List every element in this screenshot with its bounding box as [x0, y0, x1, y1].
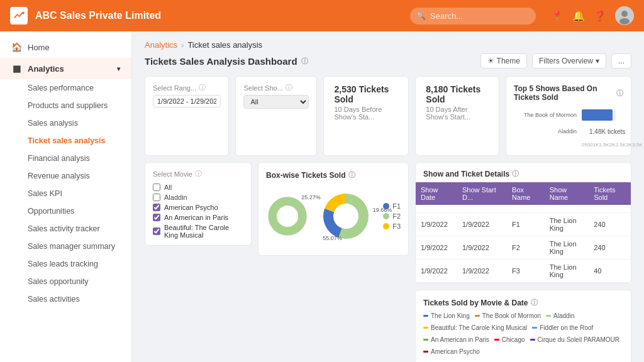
- info-icon: ⓘ: [195, 169, 202, 178]
- legend-label: Chicago: [502, 336, 525, 343]
- app-header: ABC Sales Private Limited 🔍 📍 🔔 ❓: [0, 0, 644, 31]
- sidebar-item-sales-kpi[interactable]: Sales KPI: [23, 185, 131, 202]
- svg-point-2: [621, 11, 628, 17]
- cell-start-date: 1/9/2022: [457, 213, 507, 236]
- sidebar-label: Sales manager summary: [28, 242, 115, 251]
- bell-icon[interactable]: 🔔: [572, 10, 585, 22]
- movie-item-beautiful: Beautiful: The Carole King Musical: [153, 222, 243, 239]
- sidebar-item-revenue[interactable]: Revenue analysis: [23, 167, 131, 185]
- sidebar-item-leads-tracking[interactable]: Sales leads tracking: [23, 255, 131, 273]
- search-icon: 🔍: [416, 11, 426, 20]
- sidebar-label: Sales leads tracking: [28, 260, 98, 268]
- sidebar-item-financial[interactable]: Financial analysis: [23, 150, 131, 167]
- cell-show-date: 1/9/2022: [416, 260, 457, 283]
- movie-checkbox-american-paris[interactable]: [153, 214, 160, 221]
- bottom-panels: Show and Ticket Details ⓘ Show Date Show…: [415, 162, 631, 362]
- dashboard-header: Tickets Sales Analysis Dashboard ⓘ ☀ The…: [145, 53, 631, 69]
- main-layout: 🏠 Home ▦ Analytics ▾ Sales performance P…: [0, 31, 644, 362]
- donut-chart-card: Box-wise Tickets Sold ⓘ: [258, 162, 409, 256]
- legend-item-lion-king: The Lion King: [423, 312, 470, 319]
- legend-label: Beautiful: The Carole King Musical: [431, 324, 527, 331]
- legend-label-f1: F1: [392, 202, 401, 210]
- sidebar-label: Sales activities: [28, 295, 80, 304]
- date-range-input[interactable]: [153, 95, 221, 107]
- cell-start-date: 1/9/2022: [457, 236, 507, 260]
- sidebar-sub-items: Sales performance Products and suppliers…: [0, 79, 131, 308]
- sidebar-item-products-suppliers[interactable]: Products and suppliers: [23, 97, 131, 114]
- search-input[interactable]: [410, 8, 536, 25]
- stat-label-before: 10 Days Before Show's Sta...: [334, 106, 398, 121]
- sidebar-label: Sales KPI: [28, 189, 62, 198]
- cell-start-date: [457, 205, 507, 213]
- movie-name: Aladdin: [164, 194, 187, 201]
- sidebar-item-activity-tracker[interactable]: Sales activity tracker: [23, 220, 131, 238]
- second-cards-row: Select Movie ⓘ All Aladdin: [145, 162, 631, 362]
- show-filter-select[interactable]: All: [243, 95, 309, 109]
- donut-label-f2: 55.07%: [323, 235, 342, 241]
- movie-name: Beautiful: The Carole King Musical: [164, 224, 243, 239]
- header-icons: 📍 🔔 ❓: [551, 6, 634, 25]
- table-row: 1/9/2022 1/9/2022 F2 The Lion King 240: [416, 236, 631, 260]
- sidebar-item-sales-analysis[interactable]: Sales analysis: [23, 114, 131, 132]
- movie-name: American Psycho: [164, 204, 218, 211]
- location-pin-icon[interactable]: 📍: [551, 10, 564, 22]
- legend-label: The Lion King: [431, 312, 470, 319]
- sidebar-item-sales-opportunity[interactable]: Sales opportunity: [23, 273, 131, 290]
- chevron-down-icon: ▾: [117, 65, 120, 72]
- sidebar-item-opportunities[interactable]: Opportunities: [23, 202, 131, 220]
- date-range-filter: Select Rang... ⓘ: [145, 76, 229, 156]
- sidebar-item-sales-activities[interactable]: Sales activities: [23, 290, 131, 308]
- sidebar-item-ticket-sales[interactable]: Ticket sales analysis: [23, 132, 131, 150]
- sidebar-label: Sales activity tracker: [28, 224, 100, 233]
- avatar[interactable]: [615, 6, 634, 25]
- donut-container: 25.27% 55.07% 19.66%: [318, 188, 374, 244]
- info-icon: ⓘ: [286, 83, 292, 92]
- sidebar-label: Sales opportunity: [28, 277, 89, 286]
- home-icon: 🏠: [11, 42, 21, 52]
- legend-label: The Book of Mormon: [482, 312, 541, 319]
- info-icon: ⓘ: [348, 170, 355, 180]
- stat-value-before: 2,530 Tickets Sold: [334, 84, 398, 104]
- legend-dot: [530, 339, 535, 341]
- donut-label-f1: 25.27%: [301, 194, 321, 200]
- more-button[interactable]: ...: [611, 53, 631, 69]
- filters-button[interactable]: Filters Overview ▾: [532, 53, 606, 69]
- logo-icon: [10, 7, 28, 25]
- breadcrumb-separator: ›: [181, 40, 184, 50]
- cell-show: [545, 205, 589, 213]
- line-chart-svg: 500 300 100 -100: [423, 359, 623, 362]
- svg-point-4: [272, 201, 303, 231]
- sidebar-item-home[interactable]: 🏠 Home: [0, 36, 131, 58]
- info-icon: ⓘ: [531, 298, 538, 307]
- table-body: 1/9/2022 1/9/2022 F1 The Lion King 240 1…: [416, 205, 631, 283]
- top5-chart-card: Top 5 Shows Based On Tickets Sold ⓘ The …: [506, 76, 631, 156]
- movie-checkbox-all[interactable]: [153, 184, 160, 191]
- sidebar-label: Opportunities: [28, 207, 74, 216]
- svg-point-9: [336, 206, 356, 226]
- info-icon: ⓘ: [512, 169, 519, 178]
- legend-label: An American in Paris: [431, 336, 489, 343]
- app-title: ABC Sales Private Limited: [35, 10, 161, 21]
- sidebar-item-manager-summary[interactable]: Sales manager summary: [23, 238, 131, 255]
- cell-tickets: 240: [589, 236, 631, 260]
- dashboard-title: Tickets Sales Analysis Dashboard ⓘ: [145, 56, 308, 67]
- legend-item-f2: F2: [383, 212, 401, 220]
- sidebar-item-analytics[interactable]: ▦ Analytics ▾: [0, 58, 131, 79]
- movie-checkbox-american-psycho[interactable]: [153, 204, 160, 211]
- breadcrumb-parent[interactable]: Analytics: [145, 40, 177, 50]
- bar-row: Aladdin 1.48K tickets: [514, 126, 623, 137]
- info-icon: ⓘ: [301, 57, 308, 66]
- movie-checkbox-aladdin[interactable]: [153, 194, 160, 201]
- donut-label-f3: 19.66%: [373, 207, 392, 213]
- sidebar-item-sales-performance[interactable]: Sales performance: [23, 79, 131, 97]
- sidebar-label: Revenue analysis: [28, 172, 90, 180]
- question-icon[interactable]: ❓: [594, 10, 606, 22]
- movie-checkbox-beautiful[interactable]: [153, 228, 160, 235]
- sidebar-home-label: Home: [28, 43, 50, 52]
- theme-button[interactable]: ☀ Theme: [480, 53, 527, 69]
- date-range-label: Select Rang... ⓘ: [153, 83, 221, 92]
- breadcrumb-current: Ticket sales analysis: [187, 40, 262, 50]
- legend-item-cirque: Cirque du Soleil PARAMOUR: [530, 336, 619, 343]
- legend-item-beautiful: Beautiful: The Carole King Musical: [423, 324, 527, 331]
- info-icon: ⓘ: [199, 83, 206, 92]
